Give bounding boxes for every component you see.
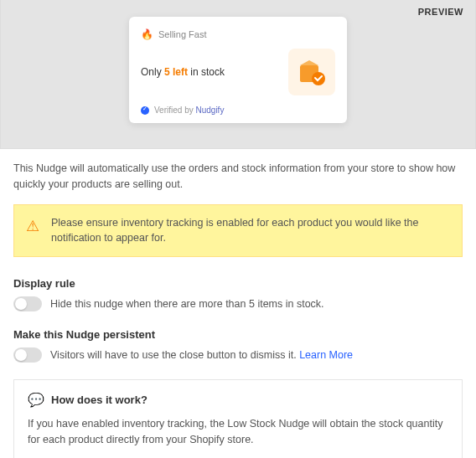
- display-rule-label: Hide this nudge when there are more than…: [50, 298, 324, 310]
- warning-icon: ⚠: [26, 217, 39, 235]
- learn-more-link[interactable]: Learn More: [299, 349, 353, 361]
- nudge-header: 🔥 Selling Fast: [141, 28, 335, 40]
- info-panel: 💬 How does it work? If you have enabled …: [13, 379, 463, 458]
- warning-text: Please ensure inventory tracking is enab…: [51, 215, 450, 247]
- warning-alert: ⚠ Please ensure inventory tracking is en…: [13, 204, 463, 258]
- preview-badge: PREVIEW: [418, 7, 463, 17]
- persistent-label: Visitors will have to use the close butt…: [50, 349, 353, 361]
- info-header: 💬 How does it work?: [28, 392, 448, 408]
- display-rule-toggle[interactable]: [13, 296, 42, 311]
- nudge-text: Only 5 left in stock: [141, 66, 225, 78]
- preview-area: PREVIEW 🔥 Selling Fast Only 5 left in st…: [0, 0, 476, 149]
- content-area: This Nudge will automatically use the or…: [0, 149, 476, 458]
- persistent-row: Visitors will have to use the close butt…: [13, 347, 463, 363]
- chat-icon: 💬: [28, 392, 44, 408]
- box-icon: [288, 49, 335, 95]
- description-text: This Nudge will automatically use the or…: [13, 161, 463, 193]
- nudge-footer: Verified by Nudgify: [141, 105, 335, 115]
- fire-icon: 🔥: [141, 28, 153, 40]
- display-rule-row: Hide this nudge when there are more than…: [13, 296, 463, 311]
- info-paragraph-1: If you have enabled inventory tracking, …: [28, 416, 448, 449]
- nudge-body: Only 5 left in stock: [141, 49, 335, 95]
- nudge-card: 🔥 Selling Fast Only 5 left in stock Veri…: [129, 17, 347, 123]
- checkmark-icon: [141, 106, 149, 115]
- info-title: How does it work?: [51, 394, 147, 406]
- persistent-toggle[interactable]: [13, 347, 42, 363]
- persistent-title: Make this Nudge persistent: [13, 328, 463, 341]
- display-rule-title: Display rule: [13, 277, 463, 290]
- nudge-headline: Selling Fast: [158, 29, 206, 39]
